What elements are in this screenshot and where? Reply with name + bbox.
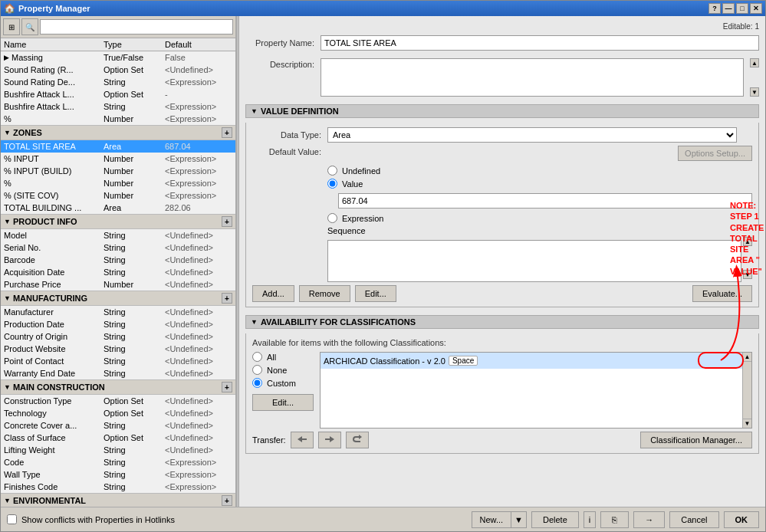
value-input-row xyxy=(327,193,752,209)
grid-icon[interactable]: ⊞ xyxy=(3,18,20,35)
list-item[interactable]: Lifting Weight String <Undefined> xyxy=(1,444,235,456)
transfer-left-button[interactable] xyxy=(291,432,314,448)
group-add-button[interactable]: + xyxy=(222,216,232,227)
list-item[interactable]: ARCHICAD Classification - v 2.0 Space xyxy=(321,353,751,369)
radio-none[interactable] xyxy=(252,365,262,375)
list-item[interactable]: % Number <Expression> xyxy=(1,113,235,125)
description-input[interactable] xyxy=(321,58,744,97)
col-name: Name xyxy=(4,40,104,49)
radio-value[interactable] xyxy=(327,179,337,189)
maximize-button[interactable]: □ xyxy=(736,3,748,14)
undo-button[interactable] xyxy=(346,432,369,448)
list-item[interactable]: Concrete Cover a... String <Undefined> xyxy=(1,419,235,432)
desc-scroll-down[interactable]: ▼ xyxy=(750,87,759,97)
list-item[interactable]: % Number <Expression> xyxy=(1,177,235,189)
group-header-main-construction[interactable]: ▼ MAIN CONSTRUCTION + xyxy=(1,379,235,395)
list-item[interactable]: TOTAL SITE AREA Area 687.04 xyxy=(1,140,235,153)
group-add-button[interactable]: + xyxy=(222,293,232,304)
group-add-button[interactable]: + xyxy=(222,495,232,506)
list-item[interactable]: Sound Rating De... String <Expression> xyxy=(1,76,235,88)
list-item[interactable]: ▶ Massing True/False False xyxy=(1,51,235,64)
seq-scroll-up[interactable]: ▲ xyxy=(743,237,752,246)
cancel-button[interactable]: Cancel xyxy=(669,511,718,528)
group-add-button[interactable]: + xyxy=(222,382,232,392)
list-item[interactable]: Country of Origin String <Undefined> xyxy=(1,330,235,343)
desc-scroll-up[interactable]: ▲ xyxy=(750,58,759,67)
ok-button[interactable]: OK xyxy=(724,511,760,528)
avail-scroll-up[interactable]: ▲ xyxy=(743,353,751,362)
property-name-input[interactable] xyxy=(321,35,759,51)
list-item[interactable]: Class of Surface Option Set <Undefined> xyxy=(1,432,235,444)
transfer-right-button[interactable] xyxy=(318,432,341,448)
evaluate-button[interactable]: Evaluate... xyxy=(692,285,752,302)
radio-all[interactable] xyxy=(252,352,262,362)
group-label: ZONES xyxy=(13,128,42,137)
options-setup-button[interactable]: Options Setup... xyxy=(678,146,752,161)
radio-custom-label: Custom xyxy=(267,379,296,388)
data-type-select[interactable]: Area Length Number String xyxy=(327,127,737,143)
new-button[interactable]: New... xyxy=(472,511,511,528)
info-button[interactable]: i xyxy=(584,511,596,528)
list-item[interactable]: Point of Contact String <Undefined> xyxy=(1,355,235,367)
list-item[interactable]: Warranty End Date String <Undefined> xyxy=(1,367,235,379)
search-icon[interactable]: 🔍 xyxy=(21,18,38,35)
list-item[interactable]: % INPUT (BUILD) Number <Expression> xyxy=(1,165,235,177)
availability-edit-button[interactable]: Edit... xyxy=(252,394,314,411)
list-item[interactable]: Product Website String <Undefined> xyxy=(1,343,235,355)
availability-header[interactable]: ▼ AVAILABILITY FOR CLASSIFICATIONS xyxy=(245,315,759,329)
list-item[interactable]: Bushfire Attack L... String <Expression> xyxy=(1,100,235,113)
conflicts-label: Show conflicts with Properties in Hotlin… xyxy=(21,515,175,524)
list-item[interactable]: TOTAL BUILDING ... Area 282.06 xyxy=(1,202,235,214)
group-header-zones[interactable]: ▼ ZONES + xyxy=(1,125,235,140)
radio-undefined[interactable] xyxy=(327,166,337,176)
delete-button[interactable]: Delete xyxy=(531,511,579,528)
list-item[interactable]: % (SITE COV) Number <Expression> xyxy=(1,189,235,202)
group-header-manufacturing[interactable]: ▼ MANUFACTURING + xyxy=(1,291,235,306)
list-item[interactable]: Finishes Code String <Expression> xyxy=(1,481,235,493)
list-item[interactable]: Sound Rating (R... Option Set <Undefined… xyxy=(1,64,235,76)
copy-button[interactable]: ⎘ xyxy=(600,511,629,528)
new-dropdown-button[interactable]: ▼ xyxy=(511,511,527,528)
list-item[interactable]: Wall Type String <Expression> xyxy=(1,468,235,481)
help-button[interactable]: ? xyxy=(708,3,721,14)
list-item[interactable]: Acquisition Date String <Undefined> xyxy=(1,266,235,278)
list-item[interactable]: Serial No. String <Undefined> xyxy=(1,241,235,254)
sequence-textarea[interactable] xyxy=(327,240,741,282)
list-item[interactable]: Manufacturer String <Undefined> xyxy=(1,306,235,318)
close-button[interactable]: ✕ xyxy=(750,3,762,14)
group-label: MANUFACTURING xyxy=(13,294,87,303)
minimize-button[interactable]: — xyxy=(722,3,735,14)
remove-button[interactable]: Remove xyxy=(299,285,350,302)
radio-custom[interactable] xyxy=(252,378,262,388)
list-item[interactable]: Bushfire Attack L... Option Set - xyxy=(1,88,235,100)
list-item[interactable]: Technology Option Set <Undefined> xyxy=(1,407,235,419)
transfer-right-icon xyxy=(324,435,336,444)
export-button[interactable]: → xyxy=(633,511,665,528)
list-item[interactable]: Production Date String <Undefined> xyxy=(1,318,235,330)
add-button[interactable]: Add... xyxy=(252,285,294,302)
group-header-product-info[interactable]: ▼ PRODUCT INFO + xyxy=(1,214,235,229)
value-def-chevron: ▼ xyxy=(251,107,258,115)
col-default: Default xyxy=(165,40,234,49)
seq-scroll-down[interactable]: ▼ xyxy=(743,270,752,279)
conflicts-checkbox[interactable] xyxy=(7,514,17,524)
radio-expression[interactable] xyxy=(327,213,337,223)
avail-scroll-down[interactable]: ▼ xyxy=(743,419,751,428)
edit-button[interactable]: Edit... xyxy=(355,285,396,302)
list-item[interactable]: Construction Type Option Set <Undefined> xyxy=(1,395,235,407)
radio-value-label: Value xyxy=(342,179,363,189)
list-item[interactable]: Barcode String <Undefined> xyxy=(1,254,235,266)
value-definition-header[interactable]: ▼ VALUE DEFINITION xyxy=(245,104,759,118)
list-item[interactable]: Purchase Price Number <Undefined> xyxy=(1,278,235,291)
list-item[interactable]: Code String <Expression> xyxy=(1,456,235,468)
group-add-button[interactable]: + xyxy=(222,127,232,138)
action-buttons-row: Add... Remove Edit... Evaluate... xyxy=(252,285,752,302)
value-input[interactable] xyxy=(338,193,752,209)
list-item[interactable]: % INPUT Number <Expression> xyxy=(1,153,235,165)
search-input[interactable] xyxy=(40,19,233,34)
list-item[interactable]: Model String <Undefined> xyxy=(1,229,235,241)
group-chevron: ▼ xyxy=(4,294,11,302)
group-header-environmental[interactable]: ▼ ENVIRONMENTAL + xyxy=(1,493,235,507)
classification-manager-button[interactable]: Classification Manager... xyxy=(640,432,752,448)
title-bar: 🏠 Property Manager ? — □ ✕ xyxy=(1,1,765,16)
